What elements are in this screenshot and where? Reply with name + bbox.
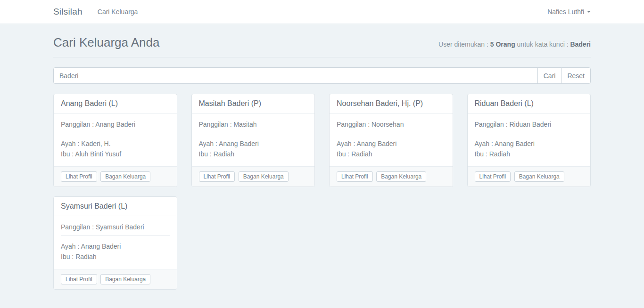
reset-button[interactable]: Reset [561,67,591,84]
person-father: Ayah : Kaderi, H. [61,138,170,149]
person-card: Masitah Baderi (P) Panggilan : Masitah A… [191,94,315,187]
search-input[interactable] [53,67,538,84]
person-card: Riduan Baderi (L) Panggilan : Riduan Bad… [467,94,591,187]
top-navbar: Silsilah Cari Keluarga Nafies Luthfi [0,0,644,24]
person-mother: Ibu : Radiah [475,149,584,159]
bagan-keluarga-button[interactable]: Bagan Keluarga [514,171,564,182]
user-dropdown-label: Nafies Luthfi [547,8,584,16]
page-title: Cari Keluarga Anda [53,35,159,50]
person-card-footer: Lihat Profil Bagan Keluarga [192,166,315,186]
cari-button[interactable]: Cari [537,67,562,84]
page-header: Cari Keluarga Anda User ditemukan : 5 Or… [53,35,591,57]
user-dropdown[interactable]: Nafies Luthfi [547,8,591,16]
divider [337,133,446,133]
bagan-keluarga-button[interactable]: Bagan Keluarga [100,274,150,284]
person-mother: Ibu : Radiah [199,149,308,159]
person-mother: Ibu : Radiah [337,149,446,159]
person-father: Ayah : Anang Baderi [199,138,308,149]
lihat-profil-button[interactable]: Lihat Profil [199,171,235,182]
person-mother: Ibu : Aluh Binti Yusuf [61,149,170,159]
person-card-footer: Lihat Profil Bagan Keluarga [330,166,453,186]
person-card-footer: Lihat Profil Bagan Keluarga [54,269,177,289]
lihat-profil-button[interactable]: Lihat Profil [61,171,97,182]
person-card-title: Syamsuri Baderi (L) [54,197,177,216]
results-grid: Anang Baderi (L) Panggilan : Anang Bader… [53,94,591,290]
person-nickname: Panggilan : Masitah [199,121,308,128]
person-card-body: Panggilan : Riduan Baderi Ayah : Anang B… [468,113,591,166]
nav-item-cari-keluarga[interactable]: Cari Keluarga [98,8,138,16]
person-card-title: Riduan Baderi (L) [468,94,591,113]
divider [61,133,170,133]
person-card: Syamsuri Baderi (L) Panggilan : Syamsuri… [53,196,177,290]
person-card-body: Panggilan : Noorsehan Ayah : Anang Bader… [330,113,453,166]
person-nickname: Panggilan : Anang Baderi [61,121,170,128]
chevron-down-icon [587,11,591,13]
person-card-footer: Lihat Profil Bagan Keluarga [54,166,177,186]
person-father: Ayah : Anang Baderi [475,138,584,149]
search-bar: Cari Reset [53,67,591,84]
bagan-keluarga-button[interactable]: Bagan Keluarga [376,171,426,182]
bagan-keluarga-button[interactable]: Bagan Keluarga [100,171,150,182]
person-card-title: Noorsehan Baderi, Hj. (P) [330,94,453,113]
person-card-title: Masitah Baderi (P) [192,94,315,113]
person-card: Anang Baderi (L) Panggilan : Anang Bader… [53,94,177,187]
result-summary-prefix: User ditemukan : [438,41,490,48]
lihat-profil-button[interactable]: Lihat Profil [61,274,97,284]
person-nickname: Panggilan : Noorsehan [337,121,446,128]
person-nickname: Panggilan : Syamsuri Baderi [61,223,170,231]
person-father: Ayah : Anang Baderi [337,138,446,149]
divider [199,133,308,133]
person-card: Noorsehan Baderi, Hj. (P) Panggilan : No… [329,94,453,187]
divider [475,133,584,133]
person-card-body: Panggilan : Anang Baderi Ayah : Kaderi, … [54,113,177,166]
brand-silsilah[interactable]: Silsilah [53,7,83,17]
bagan-keluarga-button[interactable]: Bagan Keluarga [239,171,289,182]
person-card-footer: Lihat Profil Bagan Keluarga [468,166,591,186]
person-card-title: Anang Baderi (L) [54,94,177,113]
person-card-body: Panggilan : Syamsuri Baderi Ayah : Anang… [54,216,177,269]
result-count: 5 Orang [490,41,515,48]
person-card-body: Panggilan : Masitah Ayah : Anang Baderi … [192,113,315,166]
result-summary: User ditemukan : 5 Orang untuk kata kunc… [438,41,591,48]
result-summary-middle: untuk kata kunci : [515,41,570,48]
divider [61,235,170,236]
person-mother: Ibu : Radiah [61,251,170,262]
person-nickname: Panggilan : Riduan Baderi [475,121,584,128]
lihat-profil-button[interactable]: Lihat Profil [337,171,373,182]
result-keyword: Baderi [570,41,591,48]
person-father: Ayah : Anang Baderi [61,241,170,251]
lihat-profil-button[interactable]: Lihat Profil [475,171,511,182]
